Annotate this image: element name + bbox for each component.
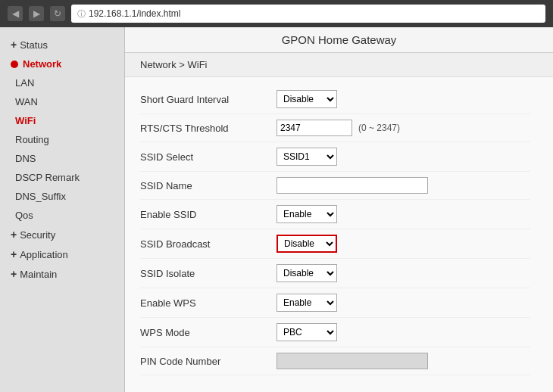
dot-icon-network xyxy=(11,61,18,68)
select-ssid-isolate[interactable]: Disable Enable xyxy=(276,264,337,282)
form-area: Short Guard Interval Disable Enable RTS/… xyxy=(125,77,553,392)
select-wps-mode[interactable]: PBC PIN xyxy=(276,323,337,341)
sidebar-label-maintain: Maintain xyxy=(20,269,57,280)
url-text: 192.168.1.1/index.html xyxy=(89,8,180,19)
sidebar-item-wifi[interactable]: WiFi xyxy=(0,111,124,130)
sidebar-item-application[interactable]: + Application xyxy=(0,244,124,264)
sidebar-item-network[interactable]: Network xyxy=(0,54,124,73)
select-ssid-select[interactable]: SSID1 SSID2 SSID3 SSID4 xyxy=(276,148,337,166)
sidebar-label-lan: LAN xyxy=(15,77,34,89)
control-rts-cts-threshold: (0 ~ 2347) xyxy=(276,120,400,136)
row-ssid-isolate: SSID Isolate Disable Enable xyxy=(140,259,530,288)
sidebar-item-dscp[interactable]: DSCP Remark xyxy=(0,168,124,187)
input-rts-cts-threshold[interactable] xyxy=(276,120,352,136)
control-enable-wps: Enable Disable xyxy=(276,294,337,312)
row-ssid-select: SSID Select SSID1 SSID2 SSID3 SSID4 xyxy=(140,142,530,172)
label-ssid-select: SSID Select xyxy=(140,151,276,163)
sidebar-label-dscp: DSCP Remark xyxy=(15,172,80,183)
sidebar-label-routing: Routing xyxy=(15,134,49,145)
sidebar-item-routing[interactable]: Routing xyxy=(0,130,124,149)
sidebar-item-lan[interactable]: LAN xyxy=(0,73,124,92)
sidebar-label-qos: Qos xyxy=(15,210,33,221)
sidebar-label-application: Application xyxy=(20,249,68,260)
sidebar: + Status Network LAN WAN WiFi Routing DN… xyxy=(0,27,125,392)
row-ssid-broadcast: SSID Broadcast Disable Enable xyxy=(140,229,530,259)
sidebar-label-wifi: WiFi xyxy=(15,115,36,126)
label-enable-wps: Enable WPS xyxy=(140,297,276,309)
row-pin-code-number: PIN Code Number xyxy=(140,347,530,375)
browser-chrome: ◀ ▶ ↻ ⓘ 192.168.1.1/index.html xyxy=(0,0,553,27)
sidebar-label-wan: WAN xyxy=(15,96,38,107)
sidebar-item-qos[interactable]: Qos xyxy=(0,206,124,225)
control-short-guard-interval: Disable Enable xyxy=(276,90,337,108)
sidebar-item-status[interactable]: + Status xyxy=(0,35,124,54)
control-ssid-broadcast: Disable Enable xyxy=(276,235,337,253)
control-wps-mode: PBC PIN xyxy=(276,323,337,341)
sidebar-item-security[interactable]: + Security xyxy=(0,225,124,244)
hint-rts-cts-threshold: (0 ~ 2347) xyxy=(358,123,400,133)
main-wrapper: + Status Network LAN WAN WiFi Routing DN… xyxy=(0,27,553,392)
label-rts-cts-threshold: RTS/CTS Threshold xyxy=(140,123,276,134)
sidebar-label-security: Security xyxy=(20,229,55,241)
row-short-guard-interval: Short Guard Interval Disable Enable xyxy=(140,85,530,114)
label-short-guard-interval: Short Guard Interval xyxy=(140,94,276,105)
sidebar-item-dns-suffix[interactable]: DNS_Suffix xyxy=(0,187,124,206)
plus-icon-security: + xyxy=(11,229,17,241)
sidebar-label-network: Network xyxy=(23,58,61,70)
url-bar[interactable]: ⓘ 192.168.1.1/index.html xyxy=(71,5,545,23)
select-short-guard-interval[interactable]: Disable Enable xyxy=(276,90,337,108)
sidebar-item-maintain[interactable]: + Maintain xyxy=(0,264,124,284)
row-wps-mode: WPS Mode PBC PIN xyxy=(140,318,530,347)
input-pin-code-number xyxy=(276,353,428,369)
label-enable-ssid: Enable SSID xyxy=(140,209,276,220)
breadcrumb-text: Network > WiFi xyxy=(140,59,207,70)
input-ssid-name[interactable] xyxy=(276,177,428,194)
row-enable-wps: Enable WPS Enable Disable xyxy=(140,288,530,318)
sidebar-label-dns-suffix: DNS_Suffix xyxy=(15,191,66,202)
control-ssid-isolate: Disable Enable xyxy=(276,264,337,282)
control-ssid-name xyxy=(276,177,428,194)
row-enable-ssid: Enable SSID Enable Disable xyxy=(140,200,530,229)
plus-icon-maintain: + xyxy=(11,268,17,280)
breadcrumb: Network > WiFi xyxy=(125,53,553,77)
plus-icon-application: + xyxy=(11,248,17,260)
label-ssid-name: SSID Name xyxy=(140,180,276,191)
content-area: GPON Home Gateway Network > WiFi Short G… xyxy=(125,27,553,392)
select-enable-ssid[interactable]: Enable Disable xyxy=(276,205,337,223)
label-wps-mode: WPS Mode xyxy=(140,327,276,338)
row-ssid-name: SSID Name xyxy=(140,172,530,200)
control-enable-ssid: Enable Disable xyxy=(276,205,337,223)
label-ssid-isolate: SSID Isolate xyxy=(140,268,276,279)
control-ssid-select: SSID1 SSID2 SSID3 SSID4 xyxy=(276,148,337,166)
label-pin-code-number: PIN Code Number xyxy=(140,356,276,367)
reload-button[interactable]: ↻ xyxy=(50,6,65,21)
sidebar-label-status: Status xyxy=(20,39,48,51)
sidebar-item-dns[interactable]: DNS xyxy=(0,149,124,168)
plus-icon-status: + xyxy=(11,39,17,51)
back-button[interactable]: ◀ xyxy=(8,6,23,21)
sidebar-label-dns: DNS xyxy=(15,153,36,164)
page-header: GPON Home Gateway xyxy=(125,27,553,53)
label-ssid-broadcast: SSID Broadcast xyxy=(140,238,276,250)
page-title: GPON Home Gateway xyxy=(282,33,397,46)
row-rts-cts-threshold: RTS/CTS Threshold (0 ~ 2347) xyxy=(140,114,530,142)
select-ssid-broadcast[interactable]: Disable Enable xyxy=(276,235,337,253)
lock-icon: ⓘ xyxy=(77,8,86,20)
sidebar-item-wan[interactable]: WAN xyxy=(0,92,124,111)
select-enable-wps[interactable]: Enable Disable xyxy=(276,294,337,312)
control-pin-code-number xyxy=(276,353,428,369)
forward-button[interactable]: ▶ xyxy=(29,6,44,21)
